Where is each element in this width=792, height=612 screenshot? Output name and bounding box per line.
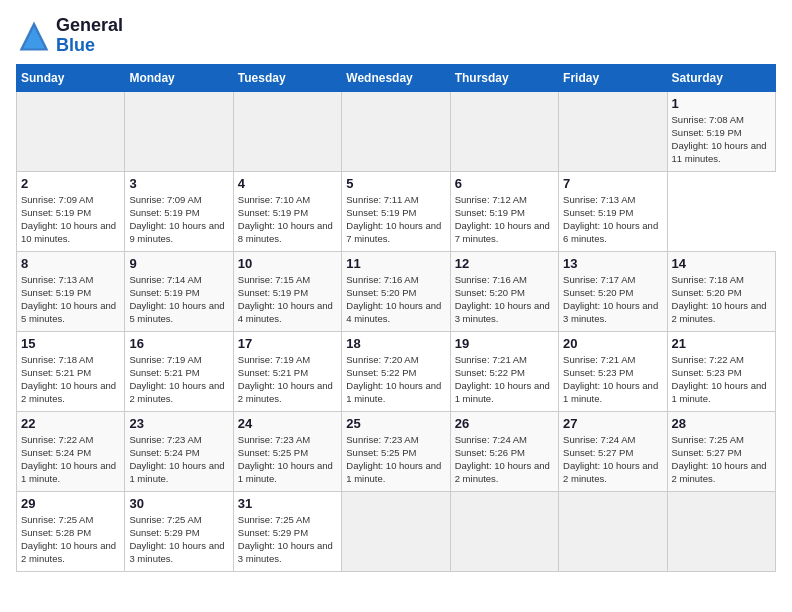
day-number: 25 — [346, 416, 445, 431]
day-number: 5 — [346, 176, 445, 191]
day-number: 7 — [563, 176, 662, 191]
calendar-week-4: 15Sunrise: 7:18 AMSunset: 5:21 PMDayligh… — [17, 331, 776, 411]
day-info: Sunrise: 7:24 AMSunset: 5:26 PMDaylight:… — [455, 433, 554, 486]
calendar-week-6: 29Sunrise: 7:25 AMSunset: 5:28 PMDayligh… — [17, 491, 776, 571]
day-cell-10: 10Sunrise: 7:15 AMSunset: 5:19 PMDayligh… — [233, 251, 341, 331]
day-cell-24: 24Sunrise: 7:23 AMSunset: 5:25 PMDayligh… — [233, 411, 341, 491]
day-info: Sunrise: 7:09 AMSunset: 5:19 PMDaylight:… — [129, 193, 228, 246]
day-number: 17 — [238, 336, 337, 351]
day-number: 24 — [238, 416, 337, 431]
day-cell-31: 31Sunrise: 7:25 AMSunset: 5:29 PMDayligh… — [233, 491, 341, 571]
day-number: 26 — [455, 416, 554, 431]
calendar-week-2: 2Sunrise: 7:09 AMSunset: 5:19 PMDaylight… — [17, 171, 776, 251]
day-info: Sunrise: 7:11 AMSunset: 5:19 PMDaylight:… — [346, 193, 445, 246]
day-info: Sunrise: 7:10 AMSunset: 5:19 PMDaylight:… — [238, 193, 337, 246]
logo-text-blue: Blue — [56, 36, 123, 56]
calendar-week-5: 22Sunrise: 7:22 AMSunset: 5:24 PMDayligh… — [17, 411, 776, 491]
day-number: 31 — [238, 496, 337, 511]
day-info: Sunrise: 7:19 AMSunset: 5:21 PMDaylight:… — [129, 353, 228, 406]
day-number: 27 — [563, 416, 662, 431]
day-info: Sunrise: 7:25 AMSunset: 5:29 PMDaylight:… — [129, 513, 228, 566]
calendar-table: SundayMondayTuesdayWednesdayThursdayFrid… — [16, 64, 776, 572]
day-info: Sunrise: 7:21 AMSunset: 5:23 PMDaylight:… — [563, 353, 662, 406]
empty-cell — [559, 91, 667, 171]
day-info: Sunrise: 7:22 AMSunset: 5:24 PMDaylight:… — [21, 433, 120, 486]
day-cell-13: 13Sunrise: 7:17 AMSunset: 5:20 PMDayligh… — [559, 251, 667, 331]
empty-cell — [450, 91, 558, 171]
day-info: Sunrise: 7:13 AMSunset: 5:19 PMDaylight:… — [563, 193, 662, 246]
col-header-monday: Monday — [125, 64, 233, 91]
day-number: 8 — [21, 256, 120, 271]
day-info: Sunrise: 7:15 AMSunset: 5:19 PMDaylight:… — [238, 273, 337, 326]
day-number: 30 — [129, 496, 228, 511]
day-cell-12: 12Sunrise: 7:16 AMSunset: 5:20 PMDayligh… — [450, 251, 558, 331]
day-cell-28: 28Sunrise: 7:25 AMSunset: 5:27 PMDayligh… — [667, 411, 775, 491]
day-number: 13 — [563, 256, 662, 271]
logo: General Blue — [16, 16, 123, 56]
calendar-body: 1Sunrise: 7:08 AMSunset: 5:19 PMDaylight… — [17, 91, 776, 571]
day-cell-1: 1Sunrise: 7:08 AMSunset: 5:19 PMDaylight… — [667, 91, 775, 171]
col-header-tuesday: Tuesday — [233, 64, 341, 91]
logo-text-general: General — [56, 16, 123, 36]
day-info: Sunrise: 7:23 AMSunset: 5:25 PMDaylight:… — [238, 433, 337, 486]
day-cell-30: 30Sunrise: 7:25 AMSunset: 5:29 PMDayligh… — [125, 491, 233, 571]
day-cell-29: 29Sunrise: 7:25 AMSunset: 5:28 PMDayligh… — [17, 491, 125, 571]
day-cell-15: 15Sunrise: 7:18 AMSunset: 5:21 PMDayligh… — [17, 331, 125, 411]
calendar-week-1: 1Sunrise: 7:08 AMSunset: 5:19 PMDaylight… — [17, 91, 776, 171]
col-header-sunday: Sunday — [17, 64, 125, 91]
day-number: 14 — [672, 256, 771, 271]
day-number: 19 — [455, 336, 554, 351]
day-number: 23 — [129, 416, 228, 431]
day-info: Sunrise: 7:25 AMSunset: 5:27 PMDaylight:… — [672, 433, 771, 486]
day-cell-7: 7Sunrise: 7:13 AMSunset: 5:19 PMDaylight… — [559, 171, 667, 251]
day-info: Sunrise: 7:25 AMSunset: 5:29 PMDaylight:… — [238, 513, 337, 566]
day-number: 1 — [672, 96, 771, 111]
day-info: Sunrise: 7:18 AMSunset: 5:20 PMDaylight:… — [672, 273, 771, 326]
day-cell-23: 23Sunrise: 7:23 AMSunset: 5:24 PMDayligh… — [125, 411, 233, 491]
day-number: 20 — [563, 336, 662, 351]
day-info: Sunrise: 7:22 AMSunset: 5:23 PMDaylight:… — [672, 353, 771, 406]
day-cell-3: 3Sunrise: 7:09 AMSunset: 5:19 PMDaylight… — [125, 171, 233, 251]
day-info: Sunrise: 7:08 AMSunset: 5:19 PMDaylight:… — [672, 113, 771, 166]
calendar-header: SundayMondayTuesdayWednesdayThursdayFrid… — [17, 64, 776, 91]
day-info: Sunrise: 7:12 AMSunset: 5:19 PMDaylight:… — [455, 193, 554, 246]
day-cell-18: 18Sunrise: 7:20 AMSunset: 5:22 PMDayligh… — [342, 331, 450, 411]
empty-cell — [125, 91, 233, 171]
day-cell-14: 14Sunrise: 7:18 AMSunset: 5:20 PMDayligh… — [667, 251, 775, 331]
day-cell-27: 27Sunrise: 7:24 AMSunset: 5:27 PMDayligh… — [559, 411, 667, 491]
day-cell-5: 5Sunrise: 7:11 AMSunset: 5:19 PMDaylight… — [342, 171, 450, 251]
day-number: 16 — [129, 336, 228, 351]
day-number: 21 — [672, 336, 771, 351]
empty-cell — [342, 91, 450, 171]
day-number: 29 — [21, 496, 120, 511]
logo-icon — [16, 18, 52, 54]
day-number: 2 — [21, 176, 120, 191]
day-cell-8: 8Sunrise: 7:13 AMSunset: 5:19 PMDaylight… — [17, 251, 125, 331]
day-info: Sunrise: 7:09 AMSunset: 5:19 PMDaylight:… — [21, 193, 120, 246]
day-cell-26: 26Sunrise: 7:24 AMSunset: 5:26 PMDayligh… — [450, 411, 558, 491]
day-cell-2: 2Sunrise: 7:09 AMSunset: 5:19 PMDaylight… — [17, 171, 125, 251]
day-info: Sunrise: 7:16 AMSunset: 5:20 PMDaylight:… — [455, 273, 554, 326]
empty-cell — [233, 91, 341, 171]
calendar-week-3: 8Sunrise: 7:13 AMSunset: 5:19 PMDaylight… — [17, 251, 776, 331]
day-info: Sunrise: 7:25 AMSunset: 5:28 PMDaylight:… — [21, 513, 120, 566]
col-header-saturday: Saturday — [667, 64, 775, 91]
empty-cell — [450, 491, 558, 571]
day-number: 28 — [672, 416, 771, 431]
day-cell-17: 17Sunrise: 7:19 AMSunset: 5:21 PMDayligh… — [233, 331, 341, 411]
day-number: 15 — [21, 336, 120, 351]
day-number: 12 — [455, 256, 554, 271]
day-number: 11 — [346, 256, 445, 271]
day-cell-25: 25Sunrise: 7:23 AMSunset: 5:25 PMDayligh… — [342, 411, 450, 491]
day-info: Sunrise: 7:21 AMSunset: 5:22 PMDaylight:… — [455, 353, 554, 406]
col-header-thursday: Thursday — [450, 64, 558, 91]
day-cell-4: 4Sunrise: 7:10 AMSunset: 5:19 PMDaylight… — [233, 171, 341, 251]
day-cell-22: 22Sunrise: 7:22 AMSunset: 5:24 PMDayligh… — [17, 411, 125, 491]
day-number: 9 — [129, 256, 228, 271]
day-info: Sunrise: 7:23 AMSunset: 5:24 PMDaylight:… — [129, 433, 228, 486]
day-info: Sunrise: 7:18 AMSunset: 5:21 PMDaylight:… — [21, 353, 120, 406]
day-cell-21: 21Sunrise: 7:22 AMSunset: 5:23 PMDayligh… — [667, 331, 775, 411]
col-header-wednesday: Wednesday — [342, 64, 450, 91]
day-info: Sunrise: 7:23 AMSunset: 5:25 PMDaylight:… — [346, 433, 445, 486]
day-info: Sunrise: 7:24 AMSunset: 5:27 PMDaylight:… — [563, 433, 662, 486]
